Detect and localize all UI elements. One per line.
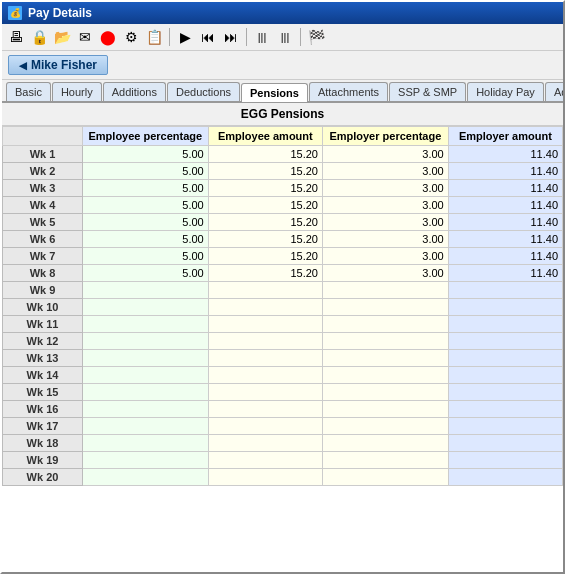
cell-employee-amt[interactable]: 15.20 [208,248,322,265]
toolbar-btn-prev[interactable]: ⏮ [198,27,218,47]
tab-hourly[interactable]: Hourly [52,82,102,101]
cell-employer-amt[interactable]: 11.40 [448,248,562,265]
cell-employee-amt[interactable]: 15.20 [208,265,322,282]
toolbar-btn-play[interactable]: ▶ [175,27,195,47]
cell-employee-amt[interactable]: 15.20 [208,197,322,214]
cell-employee-pct[interactable]: 5.00 [83,180,209,197]
cell-employer-pct[interactable] [322,350,448,367]
cell-employee-amt[interactable]: 15.20 [208,163,322,180]
cell-employer-amt[interactable]: 11.40 [448,197,562,214]
cell-employer-amt[interactable] [448,435,562,452]
cell-employee-pct[interactable] [83,435,209,452]
tab-ssp-smp[interactable]: SSP & SMP [389,82,466,101]
cell-employer-amt[interactable]: 11.40 [448,180,562,197]
cell-employee-pct[interactable] [83,316,209,333]
cell-employee-amt[interactable] [208,418,322,435]
cell-employee-pct[interactable]: 5.00 [83,231,209,248]
cell-employee-pct[interactable] [83,452,209,469]
cell-employer-amt[interactable]: 11.40 [448,231,562,248]
cell-employer-pct[interactable]: 3.00 [322,248,448,265]
tab-additions[interactable]: Additions [103,82,166,101]
cell-employee-amt[interactable] [208,350,322,367]
toolbar-btn-next[interactable]: ⏭ [221,27,241,47]
cell-employee-amt[interactable]: 15.20 [208,214,322,231]
toolbar-btn-lock[interactable]: 🔒 [29,27,49,47]
toolbar-btn-clipboard[interactable]: 📋 [144,27,164,47]
cell-employer-pct[interactable]: 3.00 [322,231,448,248]
cell-employee-pct[interactable] [83,401,209,418]
cell-employer-amt[interactable]: 11.40 [448,146,562,163]
cell-employee-amt[interactable] [208,367,322,384]
cell-employer-pct[interactable]: 3.00 [322,197,448,214]
cell-employer-amt[interactable] [448,333,562,350]
cell-employee-pct[interactable]: 5.00 [83,265,209,282]
toolbar-btn-bar2[interactable]: ||| [275,27,295,47]
toolbar-btn-mail[interactable]: ✉ [75,27,95,47]
tab-basic[interactable]: Basic [6,82,51,101]
cell-employer-pct[interactable] [322,333,448,350]
cell-employee-amt[interactable]: 15.20 [208,146,322,163]
cell-employee-amt[interactable] [208,452,322,469]
cell-employer-pct[interactable] [322,299,448,316]
cell-employee-pct[interactable]: 5.00 [83,197,209,214]
cell-employee-pct[interactable]: 5.00 [83,146,209,163]
cell-employer-pct[interactable]: 3.00 [322,214,448,231]
toolbar-btn-open[interactable]: 📂 [52,27,72,47]
cell-employee-amt[interactable] [208,401,322,418]
tab-deductions[interactable]: Deductions [167,82,240,101]
toolbar-btn-settings[interactable]: ⚙ [121,27,141,47]
cell-employee-amt[interactable] [208,282,322,299]
cell-employer-pct[interactable]: 3.00 [322,146,448,163]
cell-employer-pct[interactable] [322,401,448,418]
cell-employee-amt[interactable] [208,316,322,333]
cell-employer-amt[interactable] [448,282,562,299]
cell-employer-pct[interactable] [322,384,448,401]
cell-employee-pct[interactable]: 5.00 [83,214,209,231]
cell-employer-amt[interactable] [448,299,562,316]
cell-employee-amt[interactable] [208,299,322,316]
tab-adjustments[interactable]: Adjustments [545,82,565,101]
cell-employee-pct[interactable] [83,367,209,384]
cell-employee-amt[interactable] [208,469,322,486]
cell-employer-amt[interactable] [448,452,562,469]
toolbar-btn-bar1[interactable]: ||| [252,27,272,47]
cell-employee-amt[interactable] [208,384,322,401]
cell-employer-amt[interactable]: 11.40 [448,214,562,231]
cell-employee-amt[interactable] [208,435,322,452]
cell-employee-pct[interactable] [83,469,209,486]
cell-employee-pct[interactable] [83,333,209,350]
toolbar-btn-stop[interactable]: ⬤ [98,27,118,47]
cell-employer-amt[interactable] [448,316,562,333]
cell-employer-pct[interactable] [322,452,448,469]
cell-employee-amt[interactable] [208,333,322,350]
cell-employer-pct[interactable] [322,469,448,486]
cell-employee-pct[interactable] [83,299,209,316]
cell-employee-pct[interactable]: 5.00 [83,163,209,180]
cell-employer-pct[interactable]: 3.00 [322,265,448,282]
cell-employee-pct[interactable] [83,350,209,367]
toolbar-btn-flag[interactable]: 🏁 [306,27,326,47]
cell-employer-pct[interactable] [322,367,448,384]
cell-employer-pct[interactable]: 3.00 [322,163,448,180]
cell-employer-amt[interactable] [448,418,562,435]
cell-employer-amt[interactable] [448,401,562,418]
cell-employer-pct[interactable] [322,435,448,452]
cell-employee-pct[interactable] [83,282,209,299]
cell-employee-amt[interactable]: 15.20 [208,180,322,197]
cell-employer-pct[interactable]: 3.00 [322,180,448,197]
tab-pensions[interactable]: Pensions [241,83,308,102]
cell-employer-amt[interactable]: 11.40 [448,163,562,180]
cell-employer-pct[interactable] [322,282,448,299]
cell-employer-amt[interactable] [448,367,562,384]
cell-employer-amt[interactable] [448,350,562,367]
tab-holiday-pay[interactable]: Holiday Pay [467,82,544,101]
cell-employee-amt[interactable]: 15.20 [208,231,322,248]
cell-employee-pct[interactable] [83,418,209,435]
employee-nav-button[interactable]: ◀ Mike Fisher [8,55,108,75]
cell-employee-pct[interactable] [83,384,209,401]
toolbar-btn-print[interactable]: 🖶 [6,27,26,47]
cell-employer-amt[interactable] [448,469,562,486]
tab-attachments[interactable]: Attachments [309,82,388,101]
cell-employer-pct[interactable] [322,316,448,333]
cell-employer-amt[interactable] [448,384,562,401]
